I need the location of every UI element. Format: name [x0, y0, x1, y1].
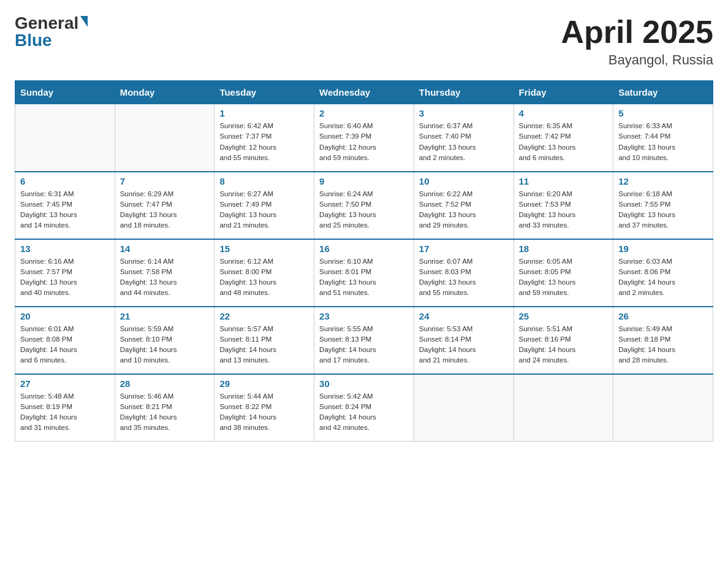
day-number: 18 [519, 243, 609, 254]
day-info: Sunrise: 6:20 AM Sunset: 7:53 PM Dayligh… [519, 189, 609, 231]
day-number: 9 [319, 176, 409, 186]
day-number: 10 [419, 176, 509, 186]
day-info: Sunrise: 6:05 AM Sunset: 8:05 PM Dayligh… [519, 256, 609, 299]
day-info: Sunrise: 5:46 AM Sunset: 8:21 PM Dayligh… [120, 391, 210, 434]
day-number: 20 [20, 311, 110, 321]
calendar-cell: 2Sunrise: 6:40 AM Sunset: 7:39 PM Daylig… [314, 104, 414, 172]
weekday-header-wednesday: Wednesday [314, 81, 414, 104]
day-info: Sunrise: 5:57 AM Sunset: 8:11 PM Dayligh… [219, 324, 309, 366]
day-number: 30 [319, 378, 409, 389]
weekday-header-tuesday: Tuesday [214, 81, 314, 104]
day-info: Sunrise: 6:14 AM Sunset: 7:58 PM Dayligh… [120, 256, 210, 299]
calendar-cell: 7Sunrise: 6:29 AM Sunset: 7:47 PM Daylig… [115, 172, 214, 239]
day-number: 15 [219, 243, 309, 254]
calendar-cell: 12Sunrise: 6:18 AM Sunset: 7:55 PM Dayli… [613, 172, 713, 239]
calendar-cell: 14Sunrise: 6:14 AM Sunset: 7:58 PM Dayli… [115, 239, 214, 307]
day-info: Sunrise: 5:53 AM Sunset: 8:14 PM Dayligh… [419, 324, 509, 366]
day-number: 23 [319, 311, 409, 321]
calendar-week-row: 13Sunrise: 6:16 AM Sunset: 7:57 PM Dayli… [15, 239, 713, 307]
calendar-cell: 28Sunrise: 5:46 AM Sunset: 8:21 PM Dayli… [115, 374, 214, 442]
month-title: April 2025 [561, 15, 713, 50]
weekday-header-saturday: Saturday [613, 81, 713, 104]
calendar-cell: 25Sunrise: 5:51 AM Sunset: 8:16 PM Dayli… [514, 307, 613, 374]
calendar-cell: 11Sunrise: 6:20 AM Sunset: 7:53 PM Dayli… [514, 172, 613, 239]
logo-general-text: General [15, 15, 78, 32]
day-info: Sunrise: 5:51 AM Sunset: 8:16 PM Dayligh… [519, 324, 609, 366]
day-info: Sunrise: 6:42 AM Sunset: 7:37 PM Dayligh… [219, 121, 309, 163]
day-info: Sunrise: 6:22 AM Sunset: 7:52 PM Dayligh… [419, 189, 509, 231]
day-info: Sunrise: 6:24 AM Sunset: 7:50 PM Dayligh… [319, 189, 409, 231]
day-info: Sunrise: 6:31 AM Sunset: 7:45 PM Dayligh… [20, 189, 110, 231]
day-info: Sunrise: 5:59 AM Sunset: 8:10 PM Dayligh… [120, 324, 210, 366]
day-info: Sunrise: 6:18 AM Sunset: 7:55 PM Dayligh… [618, 189, 708, 231]
calendar-cell: 8Sunrise: 6:27 AM Sunset: 7:49 PM Daylig… [214, 172, 314, 239]
day-info: Sunrise: 6:35 AM Sunset: 7:42 PM Dayligh… [519, 121, 609, 163]
calendar-cell: 15Sunrise: 6:12 AM Sunset: 8:00 PM Dayli… [214, 239, 314, 307]
calendar-cell: 4Sunrise: 6:35 AM Sunset: 7:42 PM Daylig… [514, 104, 613, 172]
day-number: 16 [319, 243, 409, 254]
calendar-cell [115, 104, 214, 172]
calendar-cell: 16Sunrise: 6:10 AM Sunset: 8:01 PM Dayli… [314, 239, 414, 307]
day-number: 13 [20, 243, 110, 254]
calendar-header-row: SundayMondayTuesdayWednesdayThursdayFrid… [15, 81, 713, 104]
day-info: Sunrise: 6:12 AM Sunset: 8:00 PM Dayligh… [219, 256, 309, 299]
day-number: 19 [618, 243, 708, 254]
day-number: 26 [618, 311, 708, 321]
day-number: 21 [120, 311, 210, 321]
day-info: Sunrise: 6:07 AM Sunset: 8:03 PM Dayligh… [419, 256, 509, 299]
day-info: Sunrise: 6:29 AM Sunset: 7:47 PM Dayligh… [120, 189, 210, 231]
day-number: 4 [519, 108, 609, 118]
calendar-cell: 22Sunrise: 5:57 AM Sunset: 8:11 PM Dayli… [214, 307, 314, 374]
day-info: Sunrise: 6:01 AM Sunset: 8:08 PM Dayligh… [20, 324, 110, 366]
day-info: Sunrise: 6:33 AM Sunset: 7:44 PM Dayligh… [618, 121, 708, 163]
day-info: Sunrise: 6:16 AM Sunset: 7:57 PM Dayligh… [20, 256, 110, 299]
day-info: Sunrise: 6:03 AM Sunset: 8:06 PM Dayligh… [618, 256, 708, 299]
day-number: 27 [20, 378, 110, 389]
day-number: 3 [419, 108, 509, 118]
day-number: 28 [120, 378, 210, 389]
calendar-cell: 30Sunrise: 5:42 AM Sunset: 8:24 PM Dayli… [314, 374, 414, 442]
calendar-cell: 6Sunrise: 6:31 AM Sunset: 7:45 PM Daylig… [15, 172, 115, 239]
logo-blue-text: Blue [15, 32, 52, 49]
calendar-cell: 20Sunrise: 6:01 AM Sunset: 8:08 PM Dayli… [15, 307, 115, 374]
calendar-cell: 5Sunrise: 6:33 AM Sunset: 7:44 PM Daylig… [613, 104, 713, 172]
calendar-cell: 1Sunrise: 6:42 AM Sunset: 7:37 PM Daylig… [214, 104, 314, 172]
calendar-cell [414, 374, 514, 442]
calendar-week-row: 6Sunrise: 6:31 AM Sunset: 7:45 PM Daylig… [15, 172, 713, 239]
calendar-week-row: 20Sunrise: 6:01 AM Sunset: 8:08 PM Dayli… [15, 307, 713, 374]
weekday-header-monday: Monday [115, 81, 214, 104]
day-info: Sunrise: 6:10 AM Sunset: 8:01 PM Dayligh… [319, 256, 409, 299]
calendar-cell: 24Sunrise: 5:53 AM Sunset: 8:14 PM Dayli… [414, 307, 514, 374]
day-number: 14 [120, 243, 210, 254]
calendar-cell [15, 104, 115, 172]
day-number: 1 [219, 108, 309, 118]
day-info: Sunrise: 6:37 AM Sunset: 7:40 PM Dayligh… [419, 121, 509, 163]
calendar-cell: 10Sunrise: 6:22 AM Sunset: 7:52 PM Dayli… [414, 172, 514, 239]
title-block: April 2025 Bayangol, Russia [561, 15, 713, 68]
day-number: 17 [419, 243, 509, 254]
calendar-cell: 3Sunrise: 6:37 AM Sunset: 7:40 PM Daylig… [414, 104, 514, 172]
page-header: General Blue April 2025 Bayangol, Russia [15, 15, 713, 68]
calendar-week-row: 1Sunrise: 6:42 AM Sunset: 7:37 PM Daylig… [15, 104, 713, 172]
day-number: 11 [519, 176, 609, 186]
day-number: 5 [618, 108, 708, 118]
day-info: Sunrise: 5:44 AM Sunset: 8:22 PM Dayligh… [219, 391, 309, 434]
day-info: Sunrise: 5:42 AM Sunset: 8:24 PM Dayligh… [319, 391, 409, 434]
calendar-cell: 18Sunrise: 6:05 AM Sunset: 8:05 PM Dayli… [514, 239, 613, 307]
calendar-cell: 26Sunrise: 5:49 AM Sunset: 8:18 PM Dayli… [613, 307, 713, 374]
day-info: Sunrise: 6:40 AM Sunset: 7:39 PM Dayligh… [319, 121, 409, 163]
day-info: Sunrise: 5:48 AM Sunset: 8:19 PM Dayligh… [20, 391, 110, 434]
day-info: Sunrise: 5:49 AM Sunset: 8:18 PM Dayligh… [618, 324, 708, 366]
day-number: 24 [419, 311, 509, 321]
location-title: Bayangol, Russia [561, 52, 713, 68]
calendar-cell: 13Sunrise: 6:16 AM Sunset: 7:57 PM Dayli… [15, 239, 115, 307]
weekday-header-sunday: Sunday [15, 81, 115, 104]
day-number: 6 [20, 176, 110, 186]
weekday-header-thursday: Thursday [414, 81, 514, 104]
calendar-cell: 27Sunrise: 5:48 AM Sunset: 8:19 PM Dayli… [15, 374, 115, 442]
calendar-cell: 23Sunrise: 5:55 AM Sunset: 8:13 PM Dayli… [314, 307, 414, 374]
day-number: 29 [219, 378, 309, 389]
calendar-cell: 21Sunrise: 5:59 AM Sunset: 8:10 PM Dayli… [115, 307, 214, 374]
calendar-cell: 19Sunrise: 6:03 AM Sunset: 8:06 PM Dayli… [613, 239, 713, 307]
day-number: 22 [219, 311, 309, 321]
